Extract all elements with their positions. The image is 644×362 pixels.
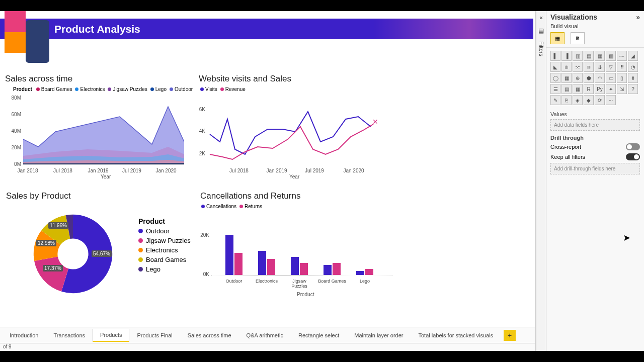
viz-pie-icon[interactable]: ◔ bbox=[628, 62, 638, 72]
bar-outdoor-cancel[interactable] bbox=[225, 235, 233, 275]
viz-slicer-icon[interactable]: ☰ bbox=[550, 84, 560, 94]
viz-automate-icon[interactable]: ⟳ bbox=[595, 95, 605, 105]
area-chart-sales-time[interactable] bbox=[23, 97, 184, 167]
legend-visits: Visits Revenue bbox=[200, 86, 246, 92]
viz-waterfall-icon[interactable]: ⇊ bbox=[595, 62, 605, 72]
logo-block-navy bbox=[26, 20, 49, 63]
logo-block-pink bbox=[5, 11, 26, 32]
pct-board: 11.96% bbox=[48, 222, 68, 229]
viz-100-stacked-column-icon[interactable]: ▧ bbox=[606, 51, 616, 61]
tab-products-final[interactable]: Products Final bbox=[129, 329, 180, 342]
viz-card-icon[interactable]: ▭ bbox=[606, 73, 616, 83]
filters-funnel-icon[interactable]: ▤ bbox=[538, 27, 544, 34]
format-visual-button[interactable]: 🗎 bbox=[571, 32, 585, 44]
bar-outdoor-return[interactable] bbox=[234, 253, 243, 275]
viz-line-icon[interactable]: ⁓ bbox=[617, 51, 627, 61]
viz-matrix-icon[interactable]: ▦ bbox=[573, 84, 583, 94]
chart-title-donut: Sales by Product bbox=[6, 191, 71, 201]
viz-table-icon[interactable]: ▤ bbox=[561, 84, 572, 94]
viz-qa-icon[interactable]: ? bbox=[628, 84, 638, 94]
report-canvas[interactable]: Product Analysis Sales across time Produ… bbox=[0, 11, 535, 327]
viz-stacked-bar-icon[interactable]: ▌ bbox=[550, 51, 560, 61]
visualizations-pane: Visualizations » Build visual ▦ 🗎 ▌ ▐ ▥ … bbox=[546, 11, 644, 351]
pct-electronics: 12.98% bbox=[36, 240, 56, 246]
values-field-well[interactable]: Add data fields here bbox=[550, 119, 640, 131]
tab-rectangle-select[interactable]: Rectangle select bbox=[291, 329, 347, 342]
bar-board-return[interactable] bbox=[333, 263, 341, 275]
drill-through-label: Drill through bbox=[546, 132, 644, 142]
bar-electronics-return[interactable] bbox=[267, 259, 275, 275]
cross-report-toggle[interactable] bbox=[626, 143, 640, 150]
viz-decomposition-icon[interactable]: ⇲ bbox=[617, 84, 627, 94]
pct-jigsaw: 17.37% bbox=[43, 265, 63, 272]
viz-multi-card-icon[interactable]: ▯ bbox=[617, 73, 627, 83]
values-label: Values bbox=[546, 108, 644, 118]
viz-narrative-icon[interactable]: ✎ bbox=[550, 95, 560, 105]
viz-area-icon[interactable]: ◢ bbox=[628, 51, 638, 61]
chart-title-visits: Website visits and Sales bbox=[199, 74, 291, 84]
tab-qa-arithmetic[interactable]: Q&A arithmetic bbox=[239, 329, 291, 342]
drill-through-field-well[interactable]: Add drill-through fields here bbox=[550, 163, 640, 174]
legend-sales-time: Product Board Games Electronics Jigsaw P… bbox=[13, 86, 193, 92]
bar-jigsaw-return[interactable] bbox=[300, 263, 308, 275]
viz-arcgis-icon[interactable]: ◈ bbox=[573, 95, 583, 105]
build-visual-label: Build visual bbox=[546, 23, 644, 30]
logo-block-orange bbox=[5, 32, 26, 53]
bar-jigsaw-cancel[interactable] bbox=[291, 257, 299, 275]
legend-donut: Product Outdoor Jigsaw Puzzles Electroni… bbox=[138, 217, 191, 275]
cross-report-label: Cross-report bbox=[550, 144, 581, 150]
tab-total-labels[interactable]: Total labels for stacked visuals bbox=[411, 329, 501, 342]
viz-donut-icon[interactable]: ◯ bbox=[550, 73, 560, 83]
filters-rail-label[interactable]: Filters bbox=[538, 40, 544, 57]
viz-paginated-icon[interactable]: ⎘ bbox=[561, 95, 572, 105]
tab-sales-across-time[interactable]: Sales across time bbox=[180, 329, 239, 342]
viz-powerapps-icon[interactable]: ◆ bbox=[584, 95, 594, 105]
viz-line-clustered-icon[interactable]: ⫙ bbox=[561, 62, 572, 72]
viz-python-icon[interactable]: Py bbox=[595, 84, 605, 94]
viz-ribbon-icon[interactable]: ≋ bbox=[584, 62, 594, 72]
tab-maintain-layer-order[interactable]: Maintain layer order bbox=[347, 329, 411, 342]
expand-pane-icon[interactable]: » bbox=[636, 13, 640, 21]
filters-rail: « ▤ Filters bbox=[536, 11, 546, 351]
bar-electronics-cancel[interactable] bbox=[258, 251, 266, 275]
viz-kpi-icon[interactable]: ⬍ bbox=[628, 73, 638, 83]
collapse-filters-icon[interactable]: « bbox=[539, 14, 543, 21]
viz-clustered-bar-icon[interactable]: ▐ bbox=[561, 51, 572, 61]
page-tabs: Introduction Transactions Products Produ… bbox=[0, 327, 535, 343]
visualization-gallery: ▌ ▐ ▥ ▤ ▦ ▧ ⁓ ◢ ◣ ⫙ ⫗ ≋ ⇊ ▽ ⠿ ◔ ◯ ▦ ⊕ ⬢ … bbox=[546, 48, 644, 108]
viz-line-stacked-icon[interactable]: ⫗ bbox=[573, 62, 583, 72]
legend-cancel: Cancellations Returns bbox=[201, 204, 262, 209]
viz-stacked-area-icon[interactable]: ◣ bbox=[550, 62, 560, 72]
viz-funnel-icon[interactable]: ▽ bbox=[606, 62, 616, 72]
status-bar: of 9 bbox=[0, 343, 535, 351]
viz-stacked-column-icon[interactable]: ▥ bbox=[573, 51, 583, 61]
viz-scatter-icon[interactable]: ⠿ bbox=[617, 62, 627, 72]
viz-treemap-icon[interactable]: ▦ bbox=[561, 73, 572, 83]
tab-products[interactable]: Products bbox=[93, 329, 129, 342]
bar-lego-return[interactable] bbox=[365, 269, 373, 275]
page-title: Product Analysis bbox=[54, 23, 140, 35]
viz-100-stacked-bar-icon[interactable]: ▦ bbox=[595, 51, 605, 61]
tab-transactions[interactable]: Transactions bbox=[46, 329, 93, 342]
chart-title-sales-time: Sales across time bbox=[5, 74, 72, 84]
build-visual-button[interactable]: ▦ bbox=[550, 32, 565, 44]
pct-outdoor: 54.67% bbox=[92, 250, 112, 257]
svg-text:✕: ✕ bbox=[372, 118, 378, 126]
pane-title: Visualizations bbox=[550, 13, 597, 21]
legend-title: Product bbox=[13, 86, 32, 92]
chart-title-cancel: Cancellations and Returns bbox=[200, 191, 300, 201]
keep-filters-toggle[interactable] bbox=[626, 153, 640, 160]
viz-clustered-column-icon[interactable]: ▤ bbox=[584, 51, 594, 61]
bar-board-cancel[interactable] bbox=[324, 265, 332, 275]
add-page-button[interactable]: + bbox=[504, 330, 516, 341]
viz-r-icon[interactable]: R bbox=[584, 84, 594, 94]
line-chart-visits[interactable]: ✕ bbox=[207, 99, 378, 167]
viz-filled-map-icon[interactable]: ⬢ bbox=[584, 73, 594, 83]
page-title-banner: Product Analysis bbox=[0, 19, 533, 39]
bar-lego-cancel[interactable] bbox=[356, 271, 364, 275]
tab-introduction[interactable]: Introduction bbox=[2, 329, 46, 342]
viz-map-icon[interactable]: ⊕ bbox=[573, 73, 583, 83]
viz-key-influencers-icon[interactable]: ✦ bbox=[606, 84, 616, 94]
viz-gauge-icon[interactable]: ◠ bbox=[595, 73, 605, 83]
viz-get-more-icon[interactable]: ··· bbox=[606, 95, 616, 105]
